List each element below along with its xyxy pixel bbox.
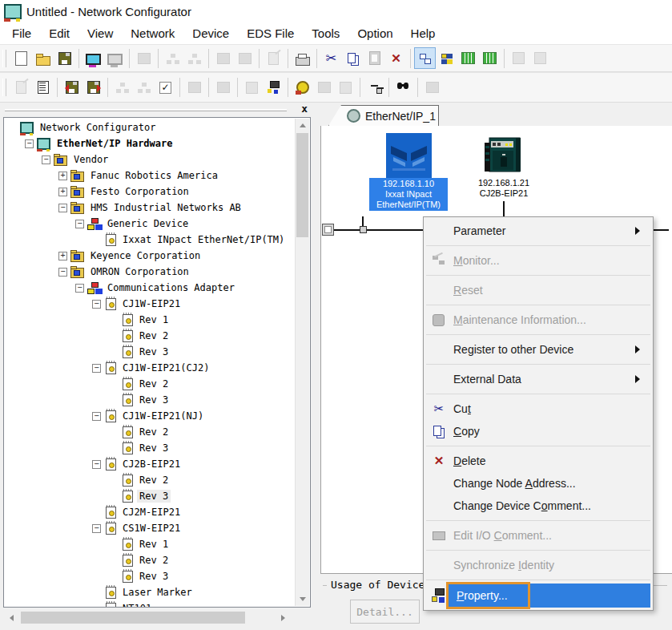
tree-item-cs1w-eip21[interactable]: −CS1W-EIP21 [5, 520, 296, 536]
tree-item-laser-marker[interactable]: Laser Marker [5, 584, 296, 600]
collapse-toggle-icon[interactable]: − [42, 155, 50, 164]
change-node-button[interactable] [364, 77, 385, 99]
menu-item-delete[interactable]: ✕Delete [425, 450, 652, 472]
print-button[interactable] [292, 47, 313, 69]
expand-toggle-icon[interactable]: + [58, 188, 67, 196]
view-icons-button[interactable] [436, 47, 457, 69]
maintenance-clock-button[interactable] [292, 77, 313, 99]
tree-item-keyence-corporation[interactable]: +Keyence Corporation [5, 248, 296, 264]
tree-item-festo-corporation[interactable]: +Festo Corporation [5, 184, 296, 200]
delete-button[interactable]: ✕ [385, 47, 407, 69]
collapse-toggle-icon[interactable]: − [75, 284, 84, 293]
eds-load-button[interactable] [82, 77, 104, 99]
tree-item-nt101[interactable]: NT101 [5, 600, 296, 608]
menu-item-copy[interactable]: Copy [425, 420, 652, 442]
cut-button[interactable]: ✂ [320, 47, 342, 69]
view-detail-button[interactable] [457, 47, 479, 69]
dock-gripper[interactable] [5, 109, 287, 111]
tab-ethernet-ip-1[interactable]: EtherNet/IP_1 [328, 105, 439, 126]
scroll-up-icon[interactable] [296, 119, 309, 132]
device-property-button[interactable] [263, 77, 284, 99]
menu-item-change-node-address[interactable]: Change Node Address... [425, 472, 652, 495]
collapse-toggle-icon[interactable]: − [58, 268, 67, 277]
tree-item-rev-3[interactable]: Rev 3 [5, 488, 296, 504]
collapse-toggle-icon[interactable]: − [58, 204, 67, 212]
eds-file-edit-button[interactable] [32, 77, 54, 99]
tree-item-generic-device[interactable]: −Generic Device [5, 216, 296, 232]
device-cj2b-label[interactable]: 192.168.1.21 CJ2B-EIP21 [465, 178, 543, 199]
scroll-down-icon[interactable] [296, 592, 309, 606]
tree-item-vendor[interactable]: −Vendor [5, 151, 296, 168]
menu-view[interactable]: View [78, 24, 122, 42]
tree-horizontal-scrollbar[interactable] [5, 611, 290, 624]
menu-item-external-data[interactable]: External Data [425, 368, 652, 390]
menu-item-property[interactable]: Property... [425, 584, 652, 608]
collapse-toggle-icon[interactable]: − [92, 412, 101, 421]
tree-item-communications-adapter[interactable]: −Communications Adapter [5, 280, 296, 296]
tree-item-cj2b-eip21[interactable]: −CJ2B-EIP21 [5, 456, 296, 472]
menu-tools[interactable]: Tools [303, 24, 348, 42]
new-file-button[interactable] [10, 47, 32, 69]
device-ixxat-label[interactable]: 192.168.1.10 Ixxat INpact EtherNet/IP(TM… [369, 178, 448, 211]
menu-file[interactable]: File [3, 24, 40, 42]
tree-item-cj2m-eip21[interactable]: CJ2M-EIP21 [5, 504, 296, 520]
collapse-toggle-icon[interactable]: − [92, 460, 101, 469]
tree-item-hms-industrial-networks-ab[interactable]: −HMS Industrial Networks AB [5, 200, 296, 216]
menu-item-change-device-comment[interactable]: Change Device Comment... [425, 495, 652, 517]
view-position-button[interactable] [414, 47, 436, 69]
eds-save-button[interactable] [61, 77, 82, 99]
collapse-toggle-icon[interactable]: − [75, 220, 84, 228]
view-table-button[interactable] [479, 47, 501, 69]
tree-item-rev-3[interactable]: Rev 3 [5, 344, 296, 360]
expand-toggle-icon[interactable]: + [58, 252, 67, 260]
menu-item-register-to-other-device[interactable]: Register to other Device [425, 338, 652, 361]
save-file-button[interactable] [54, 47, 75, 69]
tree-item-ixxat-inpact-ethernet-ip-tm[interactable]: Ixxat INpact EtherNet/IP(TM) [5, 232, 296, 248]
scroll-left-icon[interactable] [5, 611, 18, 624]
collapse-toggle-icon[interactable]: − [25, 139, 34, 148]
close-icon[interactable]: x [301, 103, 308, 115]
menu-eds-file[interactable]: EDS File [238, 24, 303, 42]
tree-item-cj1w-eip21[interactable]: −CJ1W-EIP21 [5, 296, 296, 312]
tree-item-rev-1[interactable]: Rev 1 [5, 536, 296, 552]
find-device-button[interactable] [392, 77, 414, 99]
menu-edit[interactable]: Edit [40, 24, 78, 42]
scroll-right-icon[interactable] [276, 611, 290, 624]
tree-item-ethernet-ip-hardware[interactable]: −EtherNet/IP Hardware [5, 135, 296, 151]
upload-network-button[interactable] [82, 47, 104, 69]
tree-item-rev-1[interactable]: Rev 1 [5, 312, 296, 328]
tree-item-rev-2[interactable]: Rev 2 [5, 328, 296, 344]
menu-device[interactable]: Device [183, 24, 238, 42]
tree-item-rev-2[interactable]: Rev 2 [5, 552, 296, 568]
open-file-button[interactable] [32, 47, 54, 69]
tree-item-network-configurator[interactable]: Network Configurator [5, 119, 296, 135]
tree-item-rev-2[interactable]: Rev 2 [5, 472, 296, 488]
device-verify-button[interactable]: ✓ [155, 77, 176, 99]
device-cj2b-image[interactable] [481, 133, 527, 179]
toolbar-gripper[interactable] [2, 50, 6, 67]
scrollbar-thumb[interactable] [21, 612, 245, 624]
collapse-toggle-icon[interactable]: − [92, 300, 101, 309]
tree-vertical-scrollbar[interactable] [295, 119, 309, 606]
copy-button[interactable] [342, 47, 364, 69]
device-ixxat-image[interactable] [386, 133, 432, 179]
network-anchor[interactable] [322, 224, 334, 236]
menu-item-parameter[interactable]: Parameter [425, 220, 652, 242]
tree-item-rev-3[interactable]: Rev 3 [5, 392, 296, 408]
tree-item-rev-3[interactable]: Rev 3 [5, 568, 296, 584]
collapse-toggle-icon[interactable]: − [92, 364, 101, 373]
tree-item-rev-2[interactable]: Rev 2 [5, 424, 296, 440]
scrollbar-thumb[interactable] [296, 133, 308, 237]
tree-item-omron-corporation[interactable]: −OMRON Corporation [5, 264, 296, 280]
menu-help[interactable]: Help [402, 24, 445, 42]
toolbar-gripper[interactable] [2, 79, 6, 96]
menu-network[interactable]: Network [122, 24, 183, 42]
menu-item-cut[interactable]: ✂Cut [425, 398, 652, 420]
tree-item-fanuc-robotics-america[interactable]: +Fanuc Robotics America [5, 168, 296, 184]
menu-option[interactable]: Option [348, 24, 401, 42]
tree-item-cj1w-eip21-cj2[interactable]: −CJ1W-EIP21(CJ2) [5, 360, 296, 376]
collapse-toggle-icon[interactable]: − [92, 524, 101, 533]
expand-toggle-icon[interactable]: + [58, 172, 67, 180]
tree-item-rev-3[interactable]: Rev 3 [5, 440, 296, 456]
tree-item-rev-2[interactable]: Rev 2 [5, 376, 296, 392]
